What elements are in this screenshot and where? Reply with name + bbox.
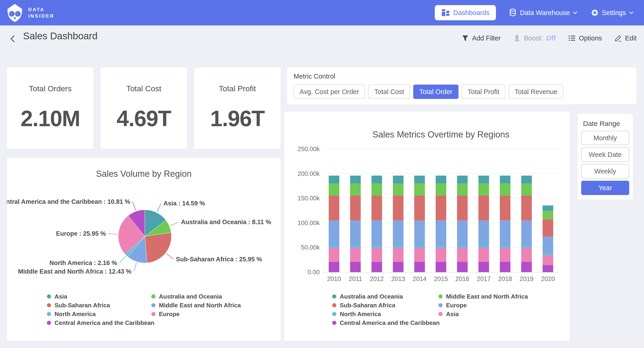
brand[interactable]: DATA INSIDER [6,3,54,23]
bar-segment-central-america-and-the-caribbean-2015[interactable] [436,262,446,272]
bar-segment-middle-east-and-north-africa-2015[interactable] [436,183,446,195]
bar-segment-north-america-2011[interactable] [350,246,361,248]
legend-item-asia[interactable]: Asia [438,310,538,318]
bar-segment-middle-east-and-north-africa-2018[interactable] [500,183,510,195]
nav-settings[interactable]: Settings [591,9,634,17]
bar-segment-australia-and-oceania-2020[interactable] [542,205,553,211]
edit-button[interactable]: Edit [614,35,636,42]
legend-item-central-america-and-the-caribbean[interactable]: Central America and the Caribbean [332,318,438,327]
bar-segment-australia-and-oceania-2012[interactable] [372,176,382,183]
legend-item-middle-east-and-north-africa[interactable]: Middle East and North Africa [151,301,250,310]
bar-segment-europe-2011[interactable] [350,220,361,246]
bar-segment-asia-2020[interactable] [542,255,553,265]
bar-segment-sub-saharan-africa-2014[interactable] [414,195,425,221]
bar-segment-europe-2013[interactable] [393,220,404,246]
legend-item-sub-saharan-africa[interactable]: Sub-Saharan Africa [332,301,438,310]
date-range-option-monthly[interactable]: Monthly [581,131,629,145]
bar-segment-sub-saharan-africa-2012[interactable] [372,195,382,221]
bar-segment-asia-2011[interactable] [350,248,361,262]
bar-segment-asia-2018[interactable] [500,248,510,262]
bar-segment-central-america-and-the-caribbean-2013[interactable] [393,262,404,272]
bar-segment-middle-east-and-north-africa-2016[interactable] [457,183,468,195]
date-range-option-weekly[interactable]: Weekly [581,164,629,178]
legend-item-australia-and-oceania[interactable]: Australia and Oceania [332,292,438,301]
bar-segment-north-america-2014[interactable] [414,246,425,248]
bar-segment-asia-2015[interactable] [436,248,446,262]
bar-segment-central-america-and-the-caribbean-2011[interactable] [350,262,361,272]
bar-segment-australia-and-oceania-2014[interactable] [414,176,425,183]
bar-segment-north-america-2016[interactable] [457,246,468,248]
bar-segment-central-america-and-the-caribbean-2018[interactable] [500,262,510,272]
bar-segment-middle-east-and-north-africa-2019[interactable] [521,183,532,195]
add-filter-button[interactable]: Add Filter [462,35,501,42]
bar-segment-north-america-2019[interactable] [521,246,532,248]
bar-segment-australia-and-oceania-2011[interactable] [350,176,361,183]
bar-segment-australia-and-oceania-2010[interactable] [329,176,339,183]
legend-item-asia[interactable]: Asia [47,292,151,301]
bar-segment-north-america-2013[interactable] [393,246,404,248]
bar-segment-north-america-2017[interactable] [478,246,489,248]
bar-segment-central-america-and-the-caribbean-2017[interactable] [478,262,489,272]
bar-segment-australia-and-oceania-2016[interactable] [457,176,468,183]
boost-toggle[interactable]: Boost: Off [513,34,556,42]
bar-segment-middle-east-and-north-africa-2017[interactable] [478,183,489,195]
pie-slice-sub-saharan-africa[interactable] [145,232,172,263]
legend-item-europe[interactable]: Europe [151,310,250,318]
bar-segment-central-america-and-the-caribbean-2016[interactable] [457,262,468,272]
legend-item-australia-and-oceania[interactable]: Australia and Oceania [151,292,250,301]
bar-segment-asia-2014[interactable] [414,248,425,262]
bar-segment-central-america-and-the-caribbean-2010[interactable] [329,262,339,272]
bar-segment-europe-2018[interactable] [500,220,510,246]
bar-segment-europe-2014[interactable] [414,220,425,246]
bar-segment-middle-east-and-north-africa-2013[interactable] [393,183,404,195]
bar-segment-sub-saharan-africa-2013[interactable] [393,195,404,221]
metric-option-total-profit[interactable]: Total Profit [462,85,506,99]
bar-segment-north-america-2018[interactable] [500,246,510,248]
bar-segment-sub-saharan-africa-2019[interactable] [521,195,532,221]
bar-segment-europe-2015[interactable] [436,220,446,246]
bar-segment-asia-2019[interactable] [521,248,532,262]
options-button[interactable]: Options [568,35,602,42]
bar-segment-asia-2016[interactable] [457,248,468,262]
bar-segment-central-america-and-the-caribbean-2020[interactable] [542,265,553,272]
legend-item-middle-east-and-north-africa[interactable]: Middle East and North Africa [438,292,538,301]
date-range-option-week-date[interactable]: Week Date [581,147,629,162]
bar-segment-europe-2012[interactable] [372,220,382,246]
bar-segment-central-america-and-the-caribbean-2012[interactable] [372,262,382,272]
metric-option-total-revenue[interactable]: Total Revenue [509,85,564,99]
bar-segment-europe-2016[interactable] [457,220,468,246]
bar-segment-asia-2017[interactable] [478,248,489,262]
bar-segment-north-america-2012[interactable] [372,246,382,248]
metric-option-total-order[interactable]: Total Order [413,85,458,99]
bar-segment-middle-east-and-north-africa-2020[interactable] [542,211,553,219]
bar-segment-asia-2012[interactable] [372,248,382,262]
legend-item-north-america[interactable]: North America [332,310,438,318]
legend-item-europe[interactable]: Europe [438,301,538,310]
bar-segment-middle-east-and-north-africa-2011[interactable] [350,183,361,195]
bar-segment-australia-and-oceania-2018[interactable] [500,176,510,183]
date-range-option-year[interactable]: Year [581,181,629,195]
bar-segment-australia-and-oceania-2017[interactable] [478,176,489,183]
legend-item-north-america[interactable]: North America [47,310,151,318]
metric-option-avg-cost-per-order[interactable]: Avg. Cost per Order [294,85,365,99]
bar-segment-middle-east-and-north-africa-2010[interactable] [329,183,339,195]
nav-data-warehouse[interactable]: Data Warehouse [509,8,578,17]
bar-segment-north-america-2020[interactable] [542,254,553,255]
bar-segment-north-america-2010[interactable] [329,246,339,248]
bar-segment-australia-and-oceania-2015[interactable] [436,176,446,183]
bar-segment-australia-and-oceania-2013[interactable] [393,176,404,183]
back-button[interactable] [9,34,17,44]
legend-item-central-america-and-the-caribbean[interactable]: Central America and the Caribbean [47,318,151,327]
bar-segment-sub-saharan-africa-2011[interactable] [350,195,361,221]
bar-segment-central-america-and-the-caribbean-2019[interactable] [521,262,532,272]
bar-segment-north-america-2015[interactable] [436,246,446,248]
metric-option-total-cost[interactable]: Total Cost [368,85,410,99]
bar-segment-europe-2019[interactable] [521,220,532,246]
bar-segment-sub-saharan-africa-2020[interactable] [542,219,553,237]
bar-segment-europe-2010[interactable] [329,220,339,246]
bar-segment-asia-2010[interactable] [329,248,339,262]
bar-segment-middle-east-and-north-africa-2014[interactable] [414,183,425,195]
bar-segment-sub-saharan-africa-2018[interactable] [500,195,510,221]
bar-segment-sub-saharan-africa-2010[interactable] [329,195,339,221]
legend-item-sub-saharan-africa[interactable]: Sub-Saharan Africa [47,301,151,310]
